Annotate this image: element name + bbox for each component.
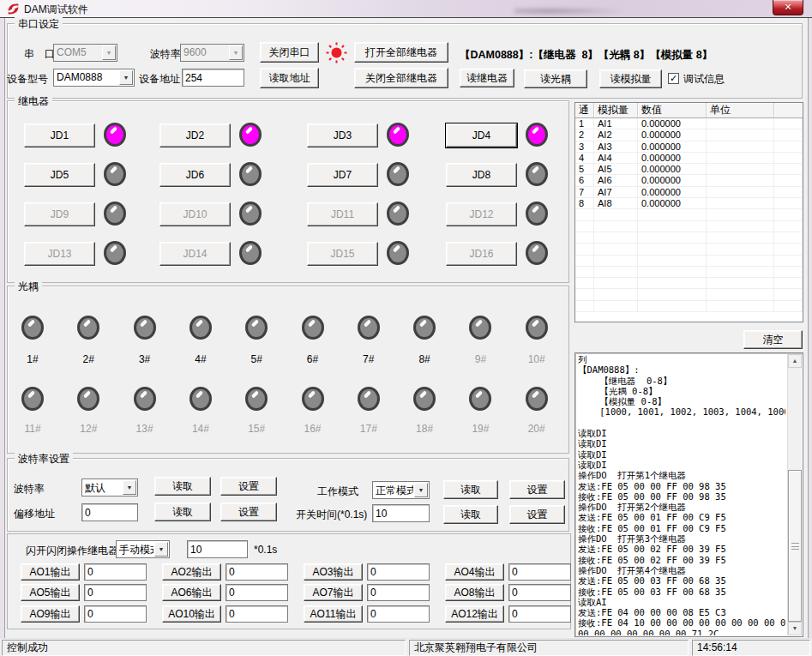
workmode-set-button[interactable]: 设置 xyxy=(509,480,565,499)
ao-output-input-11[interactable] xyxy=(367,605,430,623)
table-row[interactable]: 1AI10.000000 xyxy=(575,118,803,129)
relay-button-jd11[interactable]: JD11 xyxy=(307,202,378,226)
chevron-down-icon[interactable]: ▼ xyxy=(229,45,243,60)
workmode-combobox[interactable]: 正常模式 ▼ xyxy=(372,481,430,499)
relay-button-jd9[interactable]: JD9 xyxy=(24,202,95,226)
opto-label-10: 10# xyxy=(520,353,554,365)
chevron-down-icon[interactable]: ▼ xyxy=(102,45,116,60)
close-button[interactable]: ✕ xyxy=(773,0,803,15)
relay-button-jd7[interactable]: JD7 xyxy=(307,163,378,187)
ao-output-button-7[interactable]: AO7输出 xyxy=(304,584,363,601)
relay-indicator-jd15 xyxy=(387,241,409,265)
relay-button-jd10[interactable]: JD10 xyxy=(159,202,231,226)
relay-button-jd12[interactable]: JD12 xyxy=(446,202,517,226)
device-addr-input[interactable] xyxy=(182,69,244,87)
ao-output-input-4[interactable] xyxy=(508,563,571,581)
relay-indicator-jd6 xyxy=(239,162,262,186)
relay-button-jd2[interactable]: JD2 xyxy=(159,123,231,147)
chevron-down-icon[interactable]: ▼ xyxy=(414,483,428,497)
column-header[interactable]: 通 xyxy=(575,103,594,118)
ao-output-input-1[interactable] xyxy=(84,563,147,581)
relay-button-jd8[interactable]: JD8 xyxy=(446,163,517,187)
ao-output-button-9[interactable]: AO9输出 xyxy=(21,605,80,623)
baudrate-set-button[interactable]: 设置 xyxy=(220,477,277,496)
open-all-relays-button[interactable]: 打开全部继电器 xyxy=(354,42,448,63)
chevron-down-icon[interactable]: ▼ xyxy=(154,542,168,557)
table-cell: AI6 xyxy=(594,175,638,186)
port-combobox[interactable]: COM5 ▼ xyxy=(53,44,117,62)
column-header[interactable]: 单位 xyxy=(707,103,774,118)
device-model-combobox[interactable]: DAM0888 ▼ xyxy=(53,69,135,87)
table-row[interactable]: 7AI70.000000 xyxy=(575,187,803,198)
table-cell xyxy=(774,153,803,164)
column-header[interactable]: 模拟量 xyxy=(594,103,638,118)
chevron-down-icon[interactable]: ▼ xyxy=(119,70,133,85)
ao-output-input-9[interactable] xyxy=(84,605,147,623)
scroll-up-icon[interactable]: ▲ xyxy=(788,354,802,368)
scroll-down-icon[interactable]: ▼ xyxy=(788,622,802,635)
switch-read-button[interactable]: 读取 xyxy=(443,505,498,524)
relay-button-jd15[interactable]: JD15 xyxy=(307,242,378,266)
table-row[interactable]: 5AI50.000000 xyxy=(575,164,803,175)
close-port-button[interactable]: 关闭串口 xyxy=(260,42,319,63)
workmode-read-button[interactable]: 读取 xyxy=(443,480,498,499)
ao-output-button-10[interactable]: AO10输出 xyxy=(162,605,221,623)
table-row[interactable]: 8AI80.000000 xyxy=(575,198,803,209)
ao-output-button-4[interactable]: AO4输出 xyxy=(445,563,504,581)
ao-output-input-2[interactable] xyxy=(226,563,288,581)
scrollbar-thumb[interactable] xyxy=(788,470,802,622)
baudrate-read-button[interactable]: 读取 xyxy=(154,477,211,496)
offset-set-button[interactable]: 设置 xyxy=(220,503,277,521)
ao-output-input-10[interactable] xyxy=(226,605,288,623)
relay-button-jd3[interactable]: JD3 xyxy=(307,123,378,147)
table-row[interactable]: 2AI20.000000 xyxy=(575,129,803,141)
table-cell xyxy=(707,278,774,289)
ao-output-button-3[interactable]: AO3输出 xyxy=(304,563,363,581)
ao-output-input-5[interactable] xyxy=(84,584,147,601)
baudrate-combobox[interactable]: 默认 ▼ xyxy=(81,478,138,497)
clear-log-button[interactable]: 清空 xyxy=(743,330,803,349)
table-row[interactable]: 6AI60.000000 xyxy=(575,175,803,186)
read-analog-button[interactable]: 读模拟量 xyxy=(599,69,662,88)
opto-label-5: 5# xyxy=(239,353,274,365)
close-all-relays-button[interactable]: 关闭全部继电器 xyxy=(354,68,448,88)
debug-info-checkbox[interactable]: ✓ xyxy=(668,73,679,84)
offset-addr-input[interactable] xyxy=(81,503,138,521)
table-row[interactable]: 4AI40.000000 xyxy=(575,153,803,164)
opto-label-1: 1# xyxy=(15,353,50,365)
ao-output-button-5[interactable]: AO5输出 xyxy=(21,584,80,601)
ao-output-input-12[interactable] xyxy=(508,605,571,623)
ao-output-input-6[interactable] xyxy=(226,584,288,601)
chevron-down-icon[interactable]: ▼ xyxy=(123,480,136,495)
ao-output-button-12[interactable]: AO12输出 xyxy=(445,605,504,623)
flash-mode-combobox[interactable]: 手动模式 ▼ xyxy=(116,540,170,558)
table-row[interactable]: 3AI30.000000 xyxy=(575,141,803,153)
ao-output-button-8[interactable]: AO8输出 xyxy=(445,584,504,601)
switch-time-input[interactable] xyxy=(372,504,430,522)
switch-set-button[interactable]: 设置 xyxy=(509,505,565,524)
column-header[interactable] xyxy=(774,103,803,118)
ao-output-input-7[interactable] xyxy=(367,584,430,601)
column-header[interactable]: 数值 xyxy=(638,103,707,118)
baud-combobox[interactable]: 9600 ▼ xyxy=(180,44,244,62)
relay-button-jd13[interactable]: JD13 xyxy=(24,242,95,266)
relay-button-jd16[interactable]: JD16 xyxy=(446,242,517,266)
relay-button-jd4[interactable]: JD4 xyxy=(446,123,517,147)
log-scrollbar[interactable]: ▲ ▼ xyxy=(787,354,802,635)
read-opto-button[interactable]: 读光耦 xyxy=(524,69,587,88)
ao-output-button-11[interactable]: AO11输出 xyxy=(304,605,363,623)
read-relay-button[interactable]: 读继电器 xyxy=(460,69,514,87)
relay-button-jd14[interactable]: JD14 xyxy=(159,242,231,266)
ao-output-input-8[interactable] xyxy=(508,584,571,601)
relay-button-jd6[interactable]: JD6 xyxy=(159,163,231,187)
relay-button-jd5[interactable]: JD5 xyxy=(24,163,95,187)
read-addr-button[interactable]: 读取地址 xyxy=(260,68,319,88)
ao-output-input-3[interactable] xyxy=(367,563,430,581)
log-panel[interactable]: 列 【DAM0888】: 【继电器 0-8】 【光耦 0-8】 【模拟量 0-8… xyxy=(574,352,803,637)
flash-time-input[interactable] xyxy=(187,540,248,558)
ao-output-button-1[interactable]: AO1输出 xyxy=(21,563,80,581)
offset-read-button[interactable]: 读取 xyxy=(154,503,211,521)
relay-button-jd1[interactable]: JD1 xyxy=(24,123,95,147)
ao-output-button-2[interactable]: AO2输出 xyxy=(162,563,221,581)
ao-output-button-6[interactable]: AO6输出 xyxy=(162,584,221,601)
